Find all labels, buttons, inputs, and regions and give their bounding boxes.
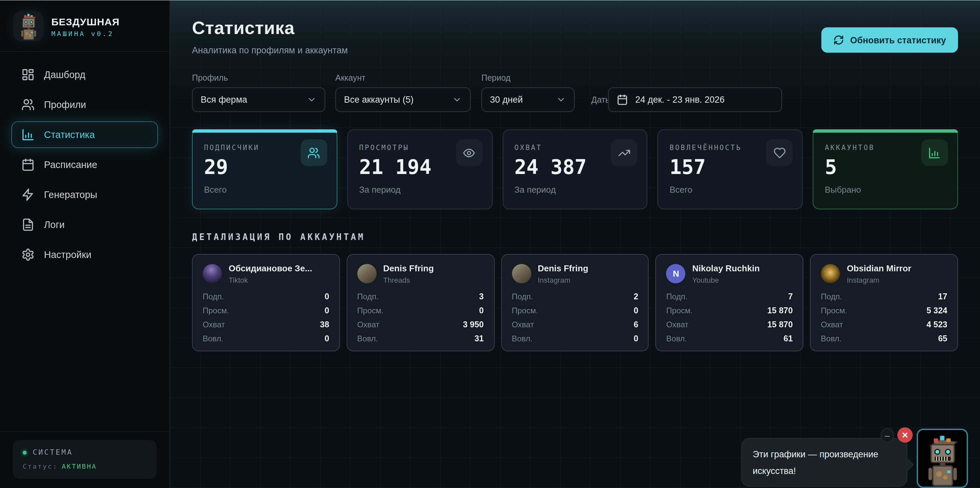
chevron-down-icon [556,95,566,105]
account-name: Nikolay Ruchkin [692,263,760,273]
dashboard-icon [21,68,35,81]
bar-chart-icon [21,128,35,141]
period-filter-label: Период [481,73,575,83]
refresh-icon [834,35,844,45]
details-section-heading: ДЕТАЛИЗАЦИЯ ПО АККАУНТАМ [192,232,958,242]
eye-icon [456,139,482,166]
sidebar-item-label: Генераторы [44,189,97,200]
avatar [512,264,531,283]
file-text-icon [21,218,35,231]
stat-card-accounts[interactable]: АККАУНТОВ 5 Выбрано [813,129,958,209]
stat-cards-row: ПОДПИСЧИКИ 29 Всего ПРОСМОТРЫ 21 194 За … [192,129,958,209]
chevron-down-icon [452,95,462,105]
sidebar-item-generators[interactable]: Генераторы [11,181,158,208]
account-filter-label: Аккаунт [335,73,471,83]
stat-card-views[interactable]: ПРОСМОТРЫ 21 194 За период [347,129,493,209]
zap-icon [21,188,35,201]
gear-icon [21,248,35,261]
trending-up-icon [611,139,638,166]
account-name: Denis Ffring [538,263,588,273]
account-platform: Youtube [692,276,760,284]
users-icon [301,139,327,166]
minus-icon: – [885,430,890,440]
page-title: Статистика [192,18,348,39]
sidebar-item-dashboard[interactable]: Дашборд [11,61,158,88]
page-subtitle: Аналитика по профилям и аккаунтам [192,45,348,55]
sidebar-item-statistics[interactable]: Статистика [11,121,158,148]
account-platform: Instagram [538,276,588,284]
brand-version: МАШИНА v0.2 [51,30,120,37]
sidebar-item-settings[interactable]: Настройки [11,241,158,268]
profile-filter-label: Профиль [192,73,325,83]
toast-message: Эти графики — произведение искусства! [752,449,878,476]
brand: БЕЗДУШНАЯ МАШИНА v0.2 [0,0,169,52]
avatar [821,264,840,283]
account-cards-row: Обсидиановое Зе... Tiktok Подп.0 Просм.0… [192,254,958,351]
toast-bubble: Эти графики — произведение искусства! [741,438,907,486]
status-dot-icon [23,450,27,454]
avatar: N [667,264,686,283]
sidebar-menu: Дашборд Профили Статистика Расписание Ге… [0,52,169,431]
refresh-button-label: Обновить статистику [850,35,946,45]
account-select[interactable]: Все аккаунты (5) [335,87,471,112]
account-name: Denis Ffring [383,263,434,273]
app-logo-robot-icon [13,11,43,41]
status-label: Статус: [23,463,58,470]
sidebar-item-profiles[interactable]: Профили [11,91,158,118]
app-root: БЕЗДУШНАЯ МАШИНА v0.2 Дашборд Профили Ст… [0,0,980,488]
close-icon: ✕ [902,430,908,440]
status-value: АКТИВНА [62,463,97,470]
period-select[interactable]: 30 дней [481,87,575,112]
stat-card-reach[interactable]: ОХВАТ 24 387 За период [502,129,648,209]
avatar [203,264,222,283]
account-platform: Threads [383,276,434,284]
sidebar-item-logs[interactable]: Логи [11,211,158,238]
account-card: Obsidian Mirror Instagram Подп.17 Просм.… [810,254,958,351]
account-card: Обсидиановое Зе... Tiktok Подп.0 Просм.0… [192,254,340,351]
refresh-stats-button[interactable]: Обновить статистику [822,27,958,52]
calendar-icon [617,94,628,105]
toast-minimize-button[interactable]: – [881,428,894,443]
sidebar-item-label: Статистика [44,129,95,140]
sidebar-footer: СИСТЕМА Статус:АКТИВНА [0,431,169,488]
date-range-input[interactable]: 24 дек. - 23 янв. 2026 [608,87,782,112]
assistant-toast: Эти графики — произведение искусства! – … [741,424,968,488]
system-title: СИСТЕМА [33,448,73,457]
account-name: Obsidian Mirror [847,263,912,273]
account-name: Обсидиановое Зе... [229,263,312,273]
filters-bar: Профиль Вся ферма Аккаунт Все аккаунты (… [192,73,958,112]
account-card: Denis Ffring Instagram Подп.2 Просм.0 Ох… [501,254,649,351]
heart-icon [766,139,793,166]
sidebar-item-label: Настройки [44,250,91,260]
chevron-down-icon [307,95,317,105]
toast-close-button[interactable]: ✕ [897,428,913,443]
sidebar-item-label: Логи [44,219,65,230]
profile-select[interactable]: Вся ферма [192,87,325,112]
account-platform: Instagram [847,276,912,284]
sidebar-item-label: Дашборд [44,69,85,80]
avatar [357,264,377,283]
sidebar-item-schedule[interactable]: Расписание [11,151,158,178]
bar-chart-icon [921,139,948,166]
brand-title: БЕЗДУШНАЯ [51,16,120,27]
stat-card-engagement[interactable]: ВОВЛЕЧЁННОСТЬ 157 Всего [658,129,803,209]
assistant-robot-avatar[interactable] [917,429,968,488]
system-status-panel: СИСТЕМА Статус:АКТИВНА [13,440,157,478]
account-card: N Nikolay Ruchkin Youtube Подп.7 Просм.1… [655,254,803,351]
account-card: Denis Ffring Threads Подп.3 Просм.0 Охва… [347,254,495,351]
calendar-icon [21,158,35,171]
sidebar-item-label: Профили [44,99,86,110]
sidebar-item-label: Расписание [44,159,97,170]
users-icon [21,98,35,111]
sidebar: БЕЗДУШНАЯ МАШИНА v0.2 Дашборд Профили Ст… [0,0,170,488]
main-content: Статистика Аналитика по профилям и аккау… [170,0,980,488]
stat-card-subscribers[interactable]: ПОДПИСЧИКИ 29 Всего [192,129,337,209]
account-platform: Tiktok [229,276,312,284]
